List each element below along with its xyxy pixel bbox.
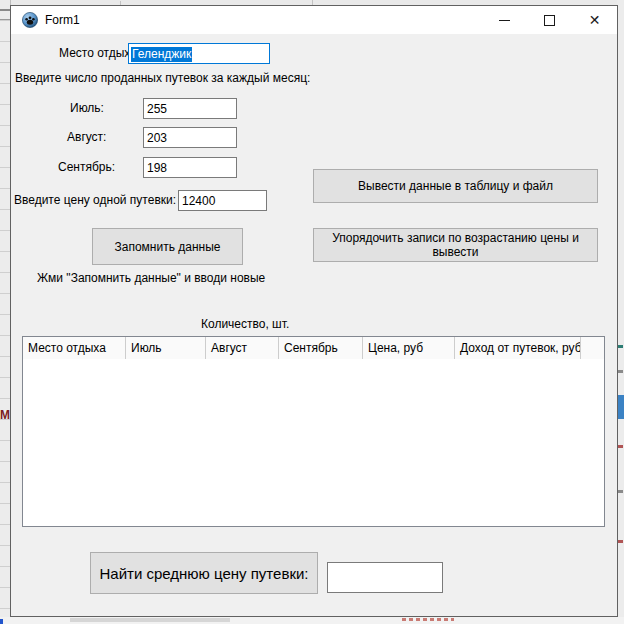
background-line: [0, 19, 10, 20]
background-artifact: [402, 618, 454, 621]
sort-button[interactable]: Упорядочить записи по возрастанию цены и…: [313, 228, 598, 262]
background-artifact: [0, 619, 3, 624]
july-input[interactable]: 255: [143, 98, 237, 119]
background-artifact: [618, 370, 623, 373]
column-header-july[interactable]: Июль: [126, 337, 206, 359]
titlebar[interactable]: Form1 ✕: [11, 6, 617, 34]
maximize-button[interactable]: [527, 6, 572, 34]
august-input[interactable]: 203: [143, 127, 237, 148]
price-input[interactable]: 12400: [178, 190, 267, 211]
minimize-icon: [499, 20, 510, 21]
column-header-september[interactable]: Сентябрь: [279, 337, 363, 359]
august-label: Август:: [67, 127, 106, 148]
background-artifact: [618, 445, 623, 448]
column-header-income[interactable]: Доход от путевок, руб: [455, 337, 581, 359]
column-header-filler: [581, 337, 604, 359]
september-input[interactable]: 198: [143, 157, 237, 178]
background-line: [0, 9, 10, 11]
background-artifact: [618, 345, 623, 348]
window-title: Form1: [45, 13, 80, 27]
september-label: Сентябрь:: [58, 157, 115, 178]
price-label: Введите цену одной путевки:: [14, 190, 176, 211]
column-header-place[interactable]: Место отдыха: [23, 337, 126, 359]
close-icon: ✕: [589, 13, 601, 27]
july-label: Июль:: [70, 98, 104, 119]
close-button[interactable]: ✕: [572, 6, 617, 34]
average-input[interactable]: [327, 562, 443, 593]
column-header-august[interactable]: Август: [206, 337, 279, 359]
background-spreadsheet-right: [617, 0, 624, 624]
column-header-price[interactable]: Цена, руб: [363, 337, 455, 359]
table-header-row: Место отдыха Июль Август Сентябрь Цена, …: [23, 337, 604, 360]
background-artifact: [618, 490, 623, 493]
paw-icon: [22, 12, 38, 28]
results-table[interactable]: Место отдыха Июль Август Сентябрь Цена, …: [22, 336, 605, 527]
table-caption: Количество, шт.: [201, 317, 289, 331]
place-input[interactable]: Геленджик: [128, 43, 270, 64]
output-button[interactable]: Вывести данные в таблицу и файл: [313, 169, 598, 203]
intro-label: Введите число проданных путевок за кажды…: [15, 68, 310, 89]
maximize-icon: [544, 15, 555, 26]
form1-window: Form1 ✕ Место отдыха: Геленджик Введите …: [10, 5, 618, 617]
remember-button[interactable]: Запомнить данные: [92, 228, 243, 265]
minimize-button[interactable]: [482, 6, 527, 34]
background-artifact: [70, 618, 230, 622]
average-button[interactable]: Найти среднюю цену путевки:: [90, 552, 318, 594]
background-partial-letter: M: [0, 408, 10, 422]
selected-text: Геленджик: [131, 47, 192, 62]
hint-label: Жми "Запомнить данные" и вводи новые: [37, 268, 265, 289]
table-body-empty: [23, 359, 604, 526]
background-selection-artifact: [618, 395, 624, 419]
background-artifact: [618, 540, 623, 543]
